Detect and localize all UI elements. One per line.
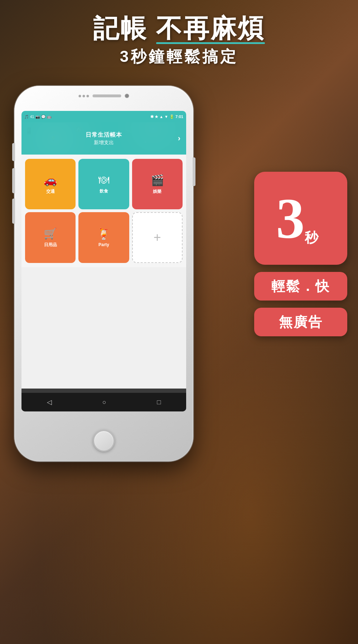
big-number-card: 3 秒	[254, 172, 347, 265]
app-header-text: 日常生活帳本 新增支出	[86, 131, 122, 146]
title-line1: 記帳 不再麻煩	[0, 14, 358, 43]
phone-speaker	[93, 94, 121, 97]
header-arrow[interactable]: ›	[178, 134, 180, 143]
wifi-icon: ▼	[164, 114, 168, 119]
status-left: 🎵 41 📷 💬 🤖	[24, 115, 51, 119]
daily-icon: 🛒	[44, 227, 57, 240]
add-icon: +	[154, 230, 161, 245]
notification-icon: 📷	[35, 115, 40, 119]
spotify-icon: 🎵	[24, 115, 29, 119]
battery-number: 41	[30, 115, 34, 119]
home-button[interactable]: ○	[102, 399, 106, 406]
big-number: 3	[276, 190, 305, 247]
category-entertainment[interactable]: 🎬 娛樂	[132, 159, 183, 209]
phone-camera	[125, 94, 129, 98]
header-area: 記帳 不再麻煩 3秒鐘輕鬆搞定	[0, 14, 358, 67]
feature-card-2: 無廣告	[254, 308, 347, 336]
svg-text:🏠: 🏠	[75, 126, 82, 133]
title-accent: 不再麻煩	[156, 14, 265, 43]
dot3	[87, 95, 89, 97]
category-add[interactable]: +	[132, 212, 183, 263]
daily-label: 日用品	[44, 242, 57, 248]
volume-button-up	[12, 168, 15, 193]
category-party[interactable]: 🍹 Party	[78, 212, 129, 263]
food-icon: 🍽	[98, 174, 109, 186]
status-bar: 🎵 41 📷 💬 🤖 ✱ ★ ▲ ▼ 🔋 7:01	[21, 111, 186, 122]
svg-text:🛍: 🛍	[125, 128, 131, 134]
dot2	[83, 95, 85, 97]
bluetooth-icon: ✱	[150, 114, 154, 119]
transport-icon: 🚗	[44, 174, 57, 186]
feature-text-1: 輕鬆．快	[271, 277, 330, 296]
status-right: ✱ ★ ▲ ▼ 🔋 7:01	[150, 114, 183, 119]
app-title: 日常生活帳本	[86, 131, 122, 139]
svg-text:💡: 💡	[50, 136, 57, 142]
big-unit: 秒	[305, 229, 318, 247]
food-label: 飲食	[100, 188, 108, 194]
category-daily[interactable]: 🛒 日用品	[25, 212, 76, 263]
phone-top-bar	[79, 94, 129, 98]
phone-home-button[interactable]	[93, 430, 115, 452]
party-label: Party	[98, 242, 109, 247]
transport-label: 交通	[46, 189, 55, 195]
phone-screen: 🎵 41 📷 💬 🤖 ✱ ★ ▲ ▼ 🔋 7:01	[21, 111, 186, 411]
battery-icon: 🔋	[169, 114, 174, 119]
android-icon: 🤖	[47, 115, 51, 119]
power-button	[193, 157, 195, 186]
volume-button-top	[12, 143, 15, 161]
time-display: 7:01	[175, 114, 183, 119]
category-transport[interactable]: 🚗 交通	[25, 159, 76, 209]
title-line2: 3秒鐘輕鬆搞定	[0, 46, 358, 67]
line-icon: 💬	[41, 115, 45, 119]
feature-card-1: 輕鬆．快	[254, 272, 347, 301]
volume-button-down	[12, 199, 15, 224]
phone-outer: 🎵 41 📷 💬 🤖 ✱ ★ ▲ ▼ 🔋 7:01	[14, 86, 193, 462]
feature-text-2: 無廣告	[279, 313, 323, 331]
back-button[interactable]: ◁	[47, 398, 52, 406]
svg-text:✈: ✈	[143, 140, 147, 145]
dot1	[79, 95, 81, 97]
entertainment-label: 娛樂	[153, 189, 161, 195]
category-food[interactable]: 🍽 飲食	[78, 159, 129, 209]
phone-wrapper: 🎵 41 📷 💬 🤖 ✱ ★ ▲ ▼ 🔋 7:01	[14, 86, 193, 462]
background: 記帳 不再麻煩 3秒鐘輕鬆搞定	[0, 0, 358, 644]
android-nav: ◁ ○ □	[21, 393, 186, 411]
category-grid: 🚗 交通 🍽 飲食 🎬 娛樂 🛒	[21, 155, 186, 267]
phone-speaker-dots	[79, 95, 89, 97]
entertainment-icon: 🎬	[151, 174, 164, 186]
svg-text:📱: 📱	[25, 127, 33, 135]
star-icon: ★	[155, 114, 158, 119]
recents-button[interactable]: □	[157, 399, 161, 406]
right-cards: 3 秒 輕鬆．快 無廣告	[254, 172, 347, 336]
title-prefix: 記帳	[93, 14, 147, 43]
app-header: 📱 💡 🏠 ⏰ 🛍 ✈ 日常生活帳本 新增支出 ›	[21, 122, 186, 155]
app-subtitle: 新增支出	[86, 140, 122, 146]
party-icon: 🍹	[97, 228, 110, 240]
signal-icon: ▲	[159, 114, 163, 119]
